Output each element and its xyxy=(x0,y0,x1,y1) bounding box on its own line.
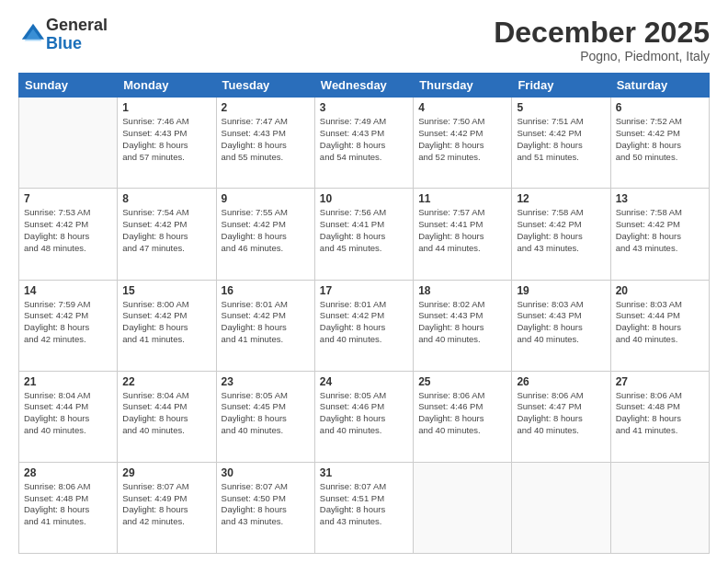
day-info: Sunrise: 8:05 AM Sunset: 4:46 PM Dayligh… xyxy=(320,390,408,437)
calendar-cell: 26Sunrise: 8:06 AM Sunset: 4:47 PM Dayli… xyxy=(512,371,610,462)
title-section: December 2025 Pogno, Piedmont, Italy xyxy=(494,17,710,63)
day-number: 24 xyxy=(320,375,408,388)
calendar-cell: 14Sunrise: 7:59 AM Sunset: 4:42 PM Dayli… xyxy=(19,280,118,371)
header: General Blue December 2025 Pogno, Piedmo… xyxy=(18,17,710,63)
day-info: Sunrise: 7:57 AM Sunset: 4:41 PM Dayligh… xyxy=(418,207,506,254)
calendar-cell: 4Sunrise: 7:50 AM Sunset: 4:42 PM Daylig… xyxy=(414,98,512,189)
calendar-cell: 1Sunrise: 7:46 AM Sunset: 4:43 PM Daylig… xyxy=(118,98,216,189)
logo-general: General xyxy=(46,17,108,35)
day-info: Sunrise: 8:07 AM Sunset: 4:51 PM Dayligh… xyxy=(320,481,408,528)
day-number: 20 xyxy=(616,284,704,297)
day-info: Sunrise: 8:00 AM Sunset: 4:42 PM Dayligh… xyxy=(122,299,210,346)
day-info: Sunrise: 8:04 AM Sunset: 4:44 PM Dayligh… xyxy=(122,390,210,437)
day-header-friday: Friday xyxy=(512,74,610,98)
day-info: Sunrise: 8:07 AM Sunset: 4:49 PM Dayligh… xyxy=(122,481,210,528)
day-info: Sunrise: 7:58 AM Sunset: 4:42 PM Dayligh… xyxy=(616,207,704,254)
day-info: Sunrise: 7:55 AM Sunset: 4:42 PM Dayligh… xyxy=(222,207,310,254)
day-info: Sunrise: 8:03 AM Sunset: 4:44 PM Dayligh… xyxy=(616,299,704,346)
day-header-tuesday: Tuesday xyxy=(216,74,314,98)
calendar-cell: 30Sunrise: 8:07 AM Sunset: 4:50 PM Dayli… xyxy=(216,462,314,553)
day-number: 28 xyxy=(24,466,112,479)
day-number: 25 xyxy=(418,375,506,388)
calendar-cell: 21Sunrise: 8:04 AM Sunset: 4:44 PM Dayli… xyxy=(19,371,118,462)
calendar-cell: 31Sunrise: 8:07 AM Sunset: 4:51 PM Dayli… xyxy=(314,462,413,553)
day-info: Sunrise: 7:47 AM Sunset: 4:43 PM Dayligh… xyxy=(222,116,310,163)
day-number: 18 xyxy=(418,284,506,297)
day-info: Sunrise: 8:07 AM Sunset: 4:50 PM Dayligh… xyxy=(222,481,310,528)
calendar-week-3: 14Sunrise: 7:59 AM Sunset: 4:42 PM Dayli… xyxy=(19,280,710,371)
day-number: 8 xyxy=(122,192,210,205)
day-info: Sunrise: 7:54 AM Sunset: 4:42 PM Dayligh… xyxy=(122,207,210,254)
day-number: 9 xyxy=(222,192,310,205)
day-number: 14 xyxy=(24,284,112,297)
calendar-cell: 16Sunrise: 8:01 AM Sunset: 4:42 PM Dayli… xyxy=(216,280,314,371)
day-number: 3 xyxy=(320,101,408,114)
calendar-cell: 25Sunrise: 8:06 AM Sunset: 4:46 PM Dayli… xyxy=(414,371,512,462)
calendar-cell: 12Sunrise: 7:58 AM Sunset: 4:42 PM Dayli… xyxy=(512,189,610,280)
calendar-week-1: 1Sunrise: 7:46 AM Sunset: 4:43 PM Daylig… xyxy=(19,98,710,189)
day-number: 17 xyxy=(320,284,408,297)
calendar-cell: 19Sunrise: 8:03 AM Sunset: 4:43 PM Dayli… xyxy=(512,280,610,371)
calendar-cell: 28Sunrise: 8:06 AM Sunset: 4:48 PM Dayli… xyxy=(19,462,118,553)
calendar-cell xyxy=(414,462,512,553)
logo-icon xyxy=(20,22,46,48)
calendar-week-5: 28Sunrise: 8:06 AM Sunset: 4:48 PM Dayli… xyxy=(19,462,710,553)
calendar-cell: 10Sunrise: 7:56 AM Sunset: 4:41 PM Dayli… xyxy=(314,189,413,280)
calendar-cell: 20Sunrise: 8:03 AM Sunset: 4:44 PM Dayli… xyxy=(610,280,709,371)
calendar-cell: 27Sunrise: 8:06 AM Sunset: 4:48 PM Dayli… xyxy=(610,371,709,462)
location: Pogno, Piedmont, Italy xyxy=(494,49,710,63)
day-info: Sunrise: 7:51 AM Sunset: 4:42 PM Dayligh… xyxy=(517,116,605,163)
day-number: 31 xyxy=(320,466,408,479)
day-number: 7 xyxy=(24,192,112,205)
calendar-cell: 9Sunrise: 7:55 AM Sunset: 4:42 PM Daylig… xyxy=(216,189,314,280)
day-info: Sunrise: 7:58 AM Sunset: 4:42 PM Dayligh… xyxy=(517,207,605,254)
logo: General Blue xyxy=(18,17,108,53)
calendar-cell: 8Sunrise: 7:54 AM Sunset: 4:42 PM Daylig… xyxy=(118,189,216,280)
calendar-cell: 23Sunrise: 8:05 AM Sunset: 4:45 PM Dayli… xyxy=(216,371,314,462)
day-header-thursday: Thursday xyxy=(414,74,512,98)
day-header-wednesday: Wednesday xyxy=(314,74,413,98)
day-number: 1 xyxy=(122,101,210,114)
day-number: 29 xyxy=(122,466,210,479)
day-number: 6 xyxy=(616,101,704,114)
day-info: Sunrise: 8:01 AM Sunset: 4:42 PM Dayligh… xyxy=(222,299,310,346)
day-number: 11 xyxy=(418,192,506,205)
calendar-cell: 5Sunrise: 7:51 AM Sunset: 4:42 PM Daylig… xyxy=(512,98,610,189)
calendar: SundayMondayTuesdayWednesdayThursdayFrid… xyxy=(18,73,710,554)
day-info: Sunrise: 8:05 AM Sunset: 4:45 PM Dayligh… xyxy=(222,390,310,437)
day-number: 22 xyxy=(122,375,210,388)
month-title: December 2025 xyxy=(494,17,710,49)
day-number: 23 xyxy=(222,375,310,388)
day-info: Sunrise: 8:06 AM Sunset: 4:46 PM Dayligh… xyxy=(418,390,506,437)
logo-text: General Blue xyxy=(46,17,108,53)
calendar-cell xyxy=(512,462,610,553)
day-info: Sunrise: 7:46 AM Sunset: 4:43 PM Dayligh… xyxy=(122,116,210,163)
calendar-cell xyxy=(610,462,709,553)
day-info: Sunrise: 8:04 AM Sunset: 4:44 PM Dayligh… xyxy=(24,390,112,437)
day-header-monday: Monday xyxy=(118,74,216,98)
calendar-week-4: 21Sunrise: 8:04 AM Sunset: 4:44 PM Dayli… xyxy=(19,371,710,462)
day-info: Sunrise: 7:53 AM Sunset: 4:42 PM Dayligh… xyxy=(24,207,112,254)
calendar-cell: 24Sunrise: 8:05 AM Sunset: 4:46 PM Dayli… xyxy=(314,371,413,462)
day-info: Sunrise: 8:06 AM Sunset: 4:48 PM Dayligh… xyxy=(24,481,112,528)
calendar-cell: 2Sunrise: 7:47 AM Sunset: 4:43 PM Daylig… xyxy=(216,98,314,189)
day-number: 10 xyxy=(320,192,408,205)
calendar-cell: 18Sunrise: 8:02 AM Sunset: 4:43 PM Dayli… xyxy=(414,280,512,371)
calendar-cell: 15Sunrise: 8:00 AM Sunset: 4:42 PM Dayli… xyxy=(118,280,216,371)
day-number: 4 xyxy=(418,101,506,114)
day-info: Sunrise: 7:52 AM Sunset: 4:42 PM Dayligh… xyxy=(616,116,704,163)
calendar-cell: 11Sunrise: 7:57 AM Sunset: 4:41 PM Dayli… xyxy=(414,189,512,280)
calendar-cell: 29Sunrise: 8:07 AM Sunset: 4:49 PM Dayli… xyxy=(118,462,216,553)
day-info: Sunrise: 7:56 AM Sunset: 4:41 PM Dayligh… xyxy=(320,207,408,254)
day-info: Sunrise: 7:59 AM Sunset: 4:42 PM Dayligh… xyxy=(24,299,112,346)
calendar-week-2: 7Sunrise: 7:53 AM Sunset: 4:42 PM Daylig… xyxy=(19,189,710,280)
day-number: 13 xyxy=(616,192,704,205)
calendar-cell: 22Sunrise: 8:04 AM Sunset: 4:44 PM Dayli… xyxy=(118,371,216,462)
page: General Blue December 2025 Pogno, Piedmo… xyxy=(0,0,728,563)
day-number: 5 xyxy=(517,101,605,114)
day-number: 16 xyxy=(222,284,310,297)
calendar-cell: 7Sunrise: 7:53 AM Sunset: 4:42 PM Daylig… xyxy=(19,189,118,280)
day-number: 27 xyxy=(616,375,704,388)
logo-blue: Blue xyxy=(46,35,108,53)
day-number: 26 xyxy=(517,375,605,388)
